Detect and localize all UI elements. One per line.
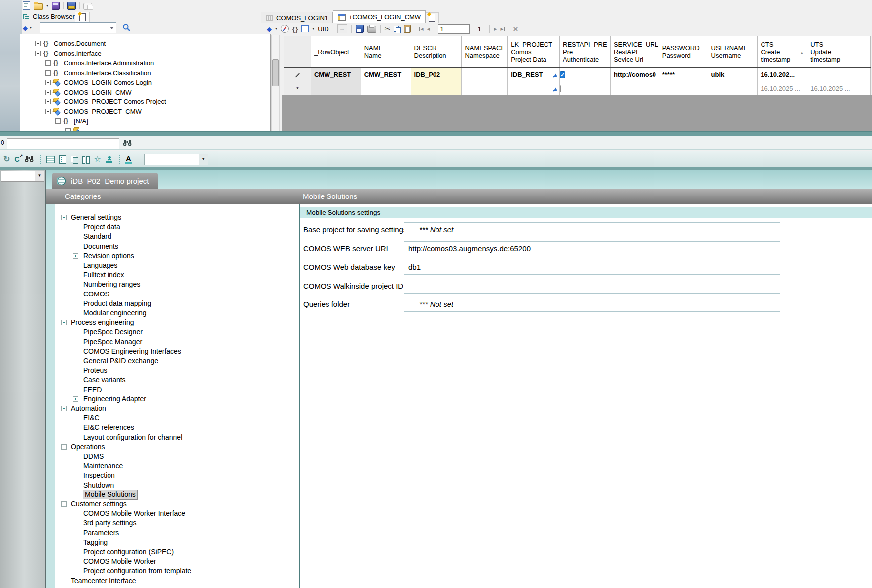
grid-cell[interactable] <box>508 82 560 96</box>
checkbox-unchecked[interactable] <box>560 85 561 92</box>
forward-icon[interactable]: → <box>337 24 347 33</box>
category-item[interactable]: COMOS Engineering Interfaces <box>46 347 299 356</box>
query-tab[interactable]: +COMOS_LOGIN_CMW <box>333 10 426 23</box>
window-divider[interactable] <box>0 131 872 136</box>
grid-cell[interactable] <box>462 68 508 82</box>
class-tree-item[interactable]: {}Comos.Interface.Administration <box>20 59 270 68</box>
category-item[interactable]: Languages <box>46 261 299 270</box>
braces-icon[interactable]: { } <box>292 25 298 33</box>
category-item[interactable]: Engineering Adapter <box>46 394 299 404</box>
chevron-down-icon[interactable]: ▼ <box>199 154 208 165</box>
grid-cell[interactable]: ***** <box>659 68 708 82</box>
open-folder-dropdown-icon[interactable]: ▾ <box>46 4 48 8</box>
category-item[interactable]: Mobile Solutions <box>46 490 299 499</box>
grid-cell[interactable]: ubik <box>708 68 758 82</box>
last-row-icon[interactable]: ▸ <box>500 25 504 32</box>
category-item[interactable]: FEED <box>46 385 299 394</box>
category-item[interactable]: Layout configuration for channel <box>46 433 299 442</box>
category-item[interactable]: Documents <box>46 242 299 251</box>
grid-cell[interactable] <box>411 82 462 96</box>
grid-cell[interactable]: ✓ <box>560 68 611 82</box>
class-tree-item[interactable]: {}Comos.Document <box>20 39 270 48</box>
grid-column-header[interactable]: NAMEName <box>361 36 411 67</box>
diamond-dropdown-icon[interactable]: ▾ <box>275 27 277 31</box>
expand-plus-icon[interactable] <box>45 90 51 95</box>
print-icon[interactable] <box>367 26 376 33</box>
open-folder-icon[interactable] <box>34 3 43 10</box>
grid-row[interactable]: *16.10.2025 ...16.10.2025 ... <box>284 82 871 96</box>
font-icon[interactable]: A <box>125 155 132 164</box>
settings-field-input[interactable]: db1 <box>404 260 780 275</box>
class-tree-item[interactable]: {}Comos.Interface <box>20 49 270 58</box>
grid-cell[interactable] <box>361 82 411 96</box>
category-item[interactable]: Modular engineering <box>46 308 299 318</box>
save-icon[interactable] <box>356 25 364 33</box>
collapse-minus-icon[interactable] <box>35 51 41 56</box>
refresh-icon[interactable]: ↻ <box>3 155 10 163</box>
copy-icon[interactable] <box>394 26 400 32</box>
grid-row-selector[interactable] <box>284 68 311 82</box>
category-item[interactable]: General P&ID exchange <box>46 356 299 366</box>
uid-toggle[interactable]: UID <box>318 25 328 33</box>
category-item[interactable]: Maintenance <box>46 461 299 471</box>
grid-row[interactable]: CMW_RESTCMW_RESTiDB_P02IDB_REST✓http://c… <box>284 68 871 82</box>
chevron-down-icon[interactable] <box>110 27 114 29</box>
quick-search-input[interactable] <box>7 138 119 149</box>
grid-cell[interactable]: 16.10.2025 ... <box>807 82 871 96</box>
collapse-minus-icon[interactable] <box>61 215 67 220</box>
settings-field-input[interactable] <box>404 279 780 294</box>
category-item[interactable]: Teamcenter Interface <box>46 576 299 586</box>
sidebar-combobox[interactable]: ▼ <box>1 171 44 182</box>
category-item[interactable]: 3rd party settings <box>46 518 299 528</box>
new-browser-tab[interactable] <box>75 12 90 22</box>
query-tab[interactable]: COMOS_LOGIN1 <box>261 12 333 23</box>
grid-column-header[interactable]: CTSCreatetimestamp▲ <box>758 36 807 67</box>
category-item[interactable]: Fulltext index <box>46 270 299 280</box>
class-filter-combobox[interactable] <box>40 22 116 33</box>
column-dropdown-icon[interactable]: ▾ <box>312 27 314 31</box>
new-document-icon[interactable] <box>23 1 30 10</box>
tree-scrollbar[interactable] <box>271 35 280 132</box>
grid-cell[interactable] <box>311 82 361 96</box>
link-arrow-icon[interactable] <box>552 84 558 96</box>
grid-cell[interactable]: 16.10.202... <box>758 68 807 82</box>
grid-cell[interactable] <box>462 82 508 96</box>
row-position-input[interactable] <box>438 24 470 34</box>
category-item[interactable]: DDMS <box>46 452 299 461</box>
category-item[interactable]: Revision options <box>46 251 299 261</box>
copy-page-icon[interactable] <box>71 156 78 163</box>
new-query-tab[interactable] <box>424 12 439 23</box>
class-tree-item[interactable]: COMOS_PROJECT Comos Project <box>20 98 270 106</box>
grid-column-header[interactable]: PASSWORDPassword <box>659 36 708 67</box>
grid-column-header[interactable]: USERNAMEUsername <box>708 36 758 67</box>
category-item[interactable]: Case variants <box>46 375 299 385</box>
expand-plus-icon[interactable] <box>73 253 78 259</box>
paste-icon[interactable] <box>404 25 411 33</box>
grid-cell[interactable]: iDB_P02 <box>411 68 462 82</box>
binoculars-icon[interactable] <box>122 138 132 148</box>
category-item[interactable]: Process engineering <box>46 318 299 327</box>
favorites-star-icon[interactable]: ☆ <box>94 155 101 163</box>
chevron-down-icon[interactable]: ▼ <box>35 171 44 181</box>
navigator-icon[interactable] <box>281 25 289 33</box>
next-row-icon[interactable]: ▸ <box>494 25 497 32</box>
category-item[interactable]: EI&C <box>46 413 299 423</box>
category-item[interactable]: Parameters <box>46 528 299 538</box>
expand-plus-icon[interactable] <box>45 99 51 104</box>
category-item[interactable]: COMOS <box>46 290 299 299</box>
grid-column-header[interactable]: NAMESPACENamespace <box>462 36 508 67</box>
category-item[interactable]: COMOS Mobile Worker <box>46 557 299 566</box>
grid-column-header[interactable]: _RowObject <box>311 36 361 67</box>
class-tree-item[interactable]: COMOS_LOGIN Comos Login <box>20 78 270 87</box>
flatten-icon[interactable] <box>106 156 113 163</box>
previous-row-icon[interactable]: ◂ <box>427 25 430 32</box>
blue-diamond-icon[interactable]: ◆ <box>267 25 272 33</box>
collapse-minus-icon[interactable] <box>61 320 67 325</box>
expand-plus-icon[interactable] <box>45 70 51 76</box>
blue-diamond-icon[interactable]: ◆ <box>23 24 28 32</box>
category-item[interactable]: Tagging <box>46 538 299 547</box>
library-icon[interactable] <box>52 2 60 10</box>
grid-cell[interactable]: IDB_REST <box>508 68 560 82</box>
grid-cell[interactable] <box>611 82 659 96</box>
category-item[interactable]: PipeSpec Manager <box>46 337 299 347</box>
